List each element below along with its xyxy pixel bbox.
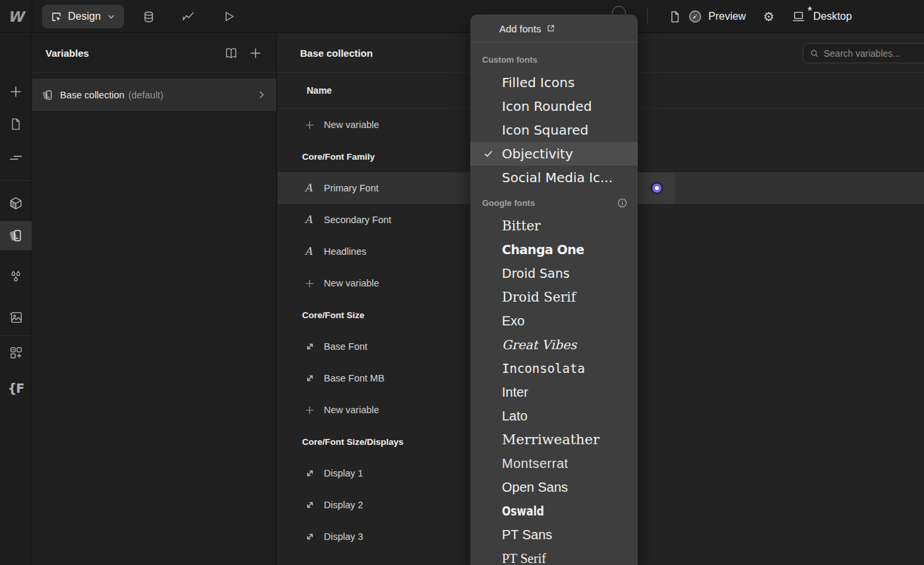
- font-option[interactable]: Exo: [470, 309, 638, 333]
- font-option[interactable]: Montserrat: [470, 451, 638, 475]
- select-cursor-icon: [50, 11, 63, 23]
- font-option-label: Inter: [502, 385, 528, 400]
- styles-droplets-icon[interactable]: [0, 262, 32, 291]
- collection-name: Base collection: [60, 90, 125, 100]
- font-option[interactable]: Inconsolata: [470, 356, 638, 380]
- custom-fonts-label: Custom fonts: [482, 55, 538, 65]
- size-variable-icon: [305, 500, 319, 510]
- pages-icon[interactable]: [0, 110, 32, 139]
- font-option[interactable]: Droid Serif: [470, 285, 638, 309]
- left-toolbar-rail: {F: [0, 34, 32, 565]
- play-icon[interactable]: [222, 9, 236, 24]
- font-picker-dropdown: Add fonts Custom fonts Filled IconsIcon …: [470, 15, 638, 565]
- font-option[interactable]: PT Serif: [470, 547, 638, 565]
- chevron-down-icon: [108, 15, 115, 19]
- font-option-label: Inconsolata: [502, 361, 585, 376]
- font-option[interactable]: Open Sans: [470, 475, 638, 499]
- custom-fonts-header: Custom fonts: [470, 43, 638, 71]
- chevron-right-icon: [259, 90, 264, 99]
- collection-default-badge: (default): [129, 90, 164, 100]
- font-option[interactable]: Social Media Ic...: [470, 166, 638, 189]
- preview-compass-icon[interactable]: [688, 9, 702, 24]
- variables-panel-title: Variables: [46, 48, 89, 59]
- font-option[interactable]: Great Vibes: [470, 333, 638, 356]
- navigator-icon[interactable]: [0, 143, 32, 172]
- group-label: Core/Font Family: [302, 152, 375, 162]
- components-cube-icon[interactable]: [0, 189, 32, 218]
- selected-value-radio[interactable]: [651, 182, 663, 194]
- font-option[interactable]: Inter: [470, 380, 638, 404]
- preview-label[interactable]: Preview: [708, 11, 746, 22]
- group-label: Core/Font Size/Displays: [302, 437, 404, 447]
- font-option[interactable]: Lato: [470, 404, 638, 428]
- external-link-icon: [546, 24, 555, 33]
- cms-database-icon[interactable]: [141, 9, 156, 24]
- settings-gear-icon[interactable]: ⚙: [763, 11, 774, 23]
- font-option-label: Bitter: [502, 218, 541, 234]
- font-option-label: Exo: [502, 314, 524, 329]
- topbar-divider: [647, 9, 648, 24]
- webflow-logo-icon[interactable]: W: [0, 0, 32, 33]
- library-book-icon[interactable]: [224, 46, 238, 60]
- plus-icon: [305, 405, 319, 415]
- font-variable-icon: A: [305, 246, 319, 257]
- add-collection-icon[interactable]: [249, 47, 262, 59]
- search-variables-input[interactable]: [824, 48, 924, 59]
- size-variable-icon: [305, 468, 319, 479]
- add-element-icon[interactable]: [0, 77, 32, 106]
- font-option-label: PT Sans: [502, 527, 552, 543]
- variable-label: Display 1: [324, 468, 363, 479]
- variable-label: Primary Font: [324, 183, 379, 193]
- size-variable-icon: [305, 341, 319, 352]
- font-option[interactable]: Bitter: [470, 214, 638, 238]
- design-mode-button[interactable]: Design: [42, 5, 124, 28]
- google-fonts-list: BitterChanga OneDroid SansDroid SerifExo…: [470, 214, 638, 565]
- google-fonts-label: Google fonts: [482, 198, 535, 208]
- analytics-chart-icon[interactable]: [181, 9, 195, 24]
- search-variables-box[interactable]: [803, 43, 924, 63]
- font-option[interactable]: PT Sans: [470, 523, 638, 547]
- variables-swatches-icon[interactable]: [0, 221, 32, 250]
- font-option-label: Lato: [502, 409, 528, 424]
- font-variable-icon: A: [305, 215, 319, 225]
- font-option[interactable]: Droid Sans: [470, 261, 638, 285]
- font-option-label: Icon Rounded: [502, 98, 592, 114]
- assets-image-icon[interactable]: [0, 303, 32, 332]
- custom-fonts-list: Filled IconsIcon RoundedIcon SquaredObje…: [470, 71, 638, 189]
- font-option-label: Changa One: [502, 242, 584, 257]
- font-option-label: Droid Serif: [502, 289, 576, 305]
- font-option[interactable]: Changa One: [470, 238, 638, 261]
- font-option[interactable]: Oswald: [470, 499, 638, 523]
- font-option-label: Open Sans: [502, 480, 568, 495]
- font-option-label: Icon Squared: [502, 122, 588, 138]
- collection-title: Base collection: [300, 48, 373, 59]
- font-option[interactable]: Filled Icons: [470, 71, 638, 94]
- plus-icon: [305, 120, 319, 130]
- font-option[interactable]: Merriweather: [470, 428, 638, 451]
- rail-divider: [0, 335, 32, 336]
- plus-icon: [305, 279, 319, 288]
- variable-value-cell[interactable]: [638, 172, 675, 204]
- collection-row-base-collection[interactable]: Base collection (default): [32, 79, 276, 111]
- add-fonts-link[interactable]: Add fonts: [470, 15, 638, 43]
- rail-divider: [0, 180, 32, 181]
- font-option[interactable]: Icon Squared: [470, 118, 638, 142]
- variable-label: Base Font MB: [324, 373, 385, 383]
- search-icon: [810, 49, 819, 58]
- fonts-panel-icon[interactable]: {F: [0, 374, 32, 403]
- font-option[interactable]: Objectivity: [470, 142, 638, 166]
- font-option[interactable]: Icon Rounded: [470, 94, 638, 118]
- topbar-right-cluster: Preview ⚙ * Desktop: [669, 0, 852, 33]
- variable-label: New variable: [324, 119, 379, 130]
- variable-label: New variable: [324, 278, 379, 288]
- info-icon[interactable]: [617, 198, 627, 208]
- variable-label: New variable: [324, 405, 379, 415]
- desktop-breakpoint-icon[interactable]: *: [791, 10, 807, 23]
- desktop-label[interactable]: Desktop: [813, 11, 852, 22]
- font-option-label: Objectivity: [502, 146, 573, 162]
- page-icon[interactable]: [669, 10, 681, 24]
- variable-label: Secondary Font: [324, 215, 391, 225]
- apps-grid-icon[interactable]: [0, 338, 32, 367]
- group-label: Core/Font Size: [302, 310, 365, 320]
- name-column-label: Name: [307, 85, 332, 96]
